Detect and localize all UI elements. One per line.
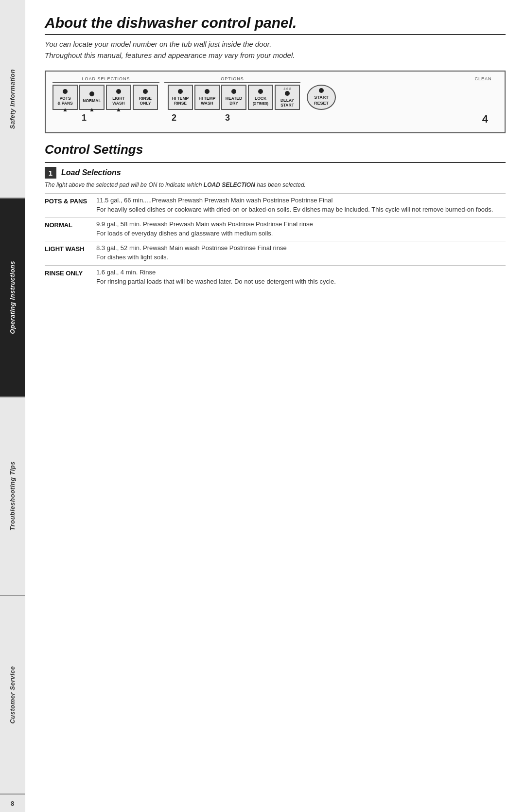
btn-label: HI TEMPRINSE [172,96,189,106]
section-title: Control Settings [45,142,506,157]
btn-indicator [178,89,183,94]
load-desc: For rinsing partial loads that will be w… [96,277,506,286]
btn-indicator [258,89,263,94]
page-number: 8 [0,794,25,812]
load-label: NORMAL [45,220,88,238]
panel-section-labels: Load Selections Options Clean [52,76,498,83]
indicator-1: 1 [82,113,87,126]
indicator-3: 3 [225,113,230,126]
sidebar-section-customer[interactable]: Customer Service [0,596,25,794]
clean-header: Clean [469,76,498,83]
btn-indicator [116,89,121,94]
btn-label: LOCK(2 TIMES) [253,96,268,106]
subtitle-line2: Throughout this manual, features and app… [45,51,295,59]
load-item-normal: NORMAL 9.9 gal., 58 min. Prewash Prewash… [45,217,506,241]
subsection-note: The light above the selected pad will be… [45,181,506,188]
sidebar-label-operating: Operating Instructions [9,261,16,334]
btn-label: RINSEONLY [139,96,152,106]
indicator-4: 4 [482,113,488,126]
delay-hours: 4 6 8 [283,87,291,91]
load-content: 11.5 gal., 66 min.....Prewash Prewash Pr… [96,197,506,214]
subtitle-line1: You can locate your model number on the … [45,40,271,48]
load-desc: For loads of everyday dishes and glasswa… [96,229,506,238]
sidebar-label-troubleshooting: Troubleshooting Tips [9,461,16,530]
sidebar-label-safety: Safety Information [9,69,16,129]
btn-lock[interactable]: LOCK(2 TIMES) [248,85,273,110]
sidebar: Safety Information Operating Instruction… [0,0,25,812]
btn-label: NORMAL [83,98,101,103]
load-specs: 11.5 gal., 66 min.....Prewash Prewash Pr… [96,197,506,204]
load-desc: For dishes with light soils. [96,253,506,262]
options-header: Options [164,76,300,83]
sidebar-section-troubleshooting[interactable]: Troubleshooting Tips [0,397,25,596]
load-content: 8.3 gal., 52 min. Prewash Main wash Post… [96,244,506,262]
btn-delay-start[interactable]: 4 6 8 DELAYSTART [275,85,300,110]
load-specs: 1.6 gal., 4 min. Rinse [96,269,506,276]
btn-rinse-only[interactable]: RINSEONLY [133,85,158,110]
btn-indicator [143,89,148,94]
btn-indicator [205,89,210,94]
load-item-pots-pans: POTS & PANS 11.5 gal., 66 min.....Prewas… [45,193,506,217]
load-specs: 8.3 gal., 52 min. Prewash Main wash Post… [96,244,506,252]
load-label: POTS & PANS [45,197,88,214]
sidebar-section-operating[interactable]: Operating Instructions [0,198,25,397]
btn-normal[interactable]: NORMAL ▲ [79,85,105,110]
subsection-number: 1 [45,167,56,179]
load-specs: 9.9 gal., 58 min. Prewash Prewash Main w… [96,220,506,228]
btn-arrow: ▲ [62,106,68,113]
subsection-title: Load Selections [61,168,121,177]
btn-indicator [319,88,324,93]
subsection-header: 1 Load Selections [45,167,506,179]
btn-label: STARTRESET [314,95,329,106]
sidebar-section-safety[interactable]: Safety Information [0,0,25,198]
number-indicators: 1 2 3 4 [52,113,498,126]
btn-hi-temp-wash[interactable]: HI TEMPWASH [194,85,220,110]
panel-diagram: Load Selections Options Clean POTS& PANS… [45,71,506,133]
load-content: 1.6 gal., 4 min. Rinse For rinsing parti… [96,269,506,286]
load-item-rinse-only: RINSE ONLY 1.6 gal., 4 min. Rinse For ri… [45,265,506,289]
load-desc: For heavily soiled dishes or cookware wi… [96,205,506,214]
btn-light-wash[interactable]: LIGHTWASH ▲ [106,85,131,110]
load-buttons-group: POTS& PANS ▲ NORMAL ▲ LIGHTWASH ▲ RINSEO… [52,85,158,110]
load-selections-header: Load Selections [52,76,159,83]
btn-label: POTS& PANS [57,96,73,106]
btn-indicator [89,91,94,96]
btn-label: HEATEDDRY [226,96,242,106]
btn-indicator [63,89,68,94]
load-label: LIGHT WASH [45,244,88,262]
main-content: About the dishwasher control panel. You … [25,0,525,812]
btn-pots-pans[interactable]: POTS& PANS ▲ [52,85,78,110]
btn-label: HI TEMPWASH [199,96,215,106]
buttons-row: POTS& PANS ▲ NORMAL ▲ LIGHTWASH ▲ RINSEO… [52,85,498,110]
page-subtitle: You can locate your model number on the … [45,39,506,61]
sidebar-label-customer: Customer Service [9,666,16,724]
load-label: RINSE ONLY [45,269,88,286]
load-item-light-wash: LIGHT WASH 8.3 gal., 52 min. Prewash Mai… [45,241,506,265]
btn-hi-temp-rinse[interactable]: HI TEMPRINSE [168,85,193,110]
btn-indicator [231,89,236,94]
btn-indicator [285,91,290,96]
options-buttons-group: HI TEMPRINSE HI TEMPWASH HEATEDDRY LOCK(… [168,85,300,110]
page-title: About the dishwasher control panel. [45,15,506,35]
btn-start-reset[interactable]: STARTRESET [307,85,336,110]
indicator-2: 2 [172,113,176,126]
load-content: 9.9 gal., 58 min. Prewash Prewash Main w… [96,220,506,238]
btn-arrow: ▲ [116,106,122,113]
btn-label: LIGHTWASH [112,96,125,106]
btn-label: DELAYSTART [280,98,294,108]
subsection-load-selections: 1 Load Selections The light above the se… [45,162,506,289]
btn-arrow: ▲ [89,106,95,113]
btn-heated-dry[interactable]: HEATEDDRY [221,85,246,110]
